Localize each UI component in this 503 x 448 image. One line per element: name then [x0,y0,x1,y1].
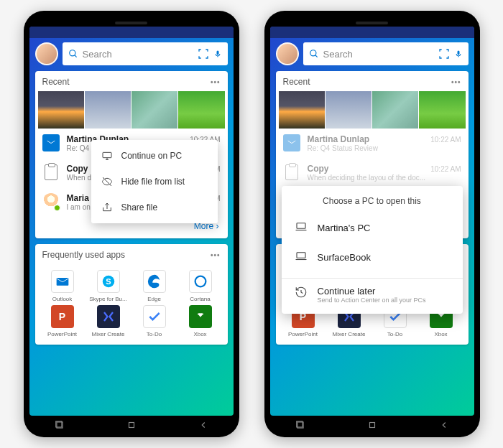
pc-option-surfacebook[interactable]: SurfaceBook [282,243,463,272]
clipboard-icon [42,164,60,181]
person-icon [42,193,60,210]
frequent-card: Frequently used apps ••• Outlook SSkype … [35,244,228,345]
recent-title: Recent [42,77,70,87]
pc-dialog-title: Choose a PC to open this [282,186,463,213]
app-todo[interactable]: To-Do [133,305,176,337]
pc-icon [101,150,113,162]
nav-recents[interactable] [295,420,305,430]
nav-bar [264,417,480,433]
more-icon[interactable]: ••• [211,78,221,86]
svg-rect-23 [297,223,305,229]
app-edge[interactable]: Edge [133,270,176,302]
list-item: Copy10:22 AMWhen deciding the layou of t… [276,158,469,187]
svg-rect-16 [457,51,459,55]
scan-icon[interactable] [198,48,209,60]
status-bar [29,27,234,38]
history-icon [295,286,308,302]
svg-point-7 [195,276,206,287]
pc-continue-later[interactable]: Continue later Send to Action Center on … [282,279,463,314]
search-icon [68,49,78,59]
laptop-icon [295,220,308,235]
svg-rect-13 [129,423,134,428]
app-xbox[interactable]: Xbox [179,305,222,337]
more-icon[interactable]: ••• [211,251,221,259]
svg-rect-17 [287,141,295,146]
svg-point-0 [69,50,75,56]
phone-left: Search Recent ••• Martina Dun [24,11,239,437]
app-powerpoint[interactable]: PPowerPoint [41,305,84,337]
search-icon [309,49,319,59]
ctx-continue-pc[interactable]: Continue on PC [91,143,218,169]
avatar[interactable] [35,42,58,65]
search-placeholder: Search [323,49,434,60]
nav-back[interactable] [198,420,208,430]
app-outlook[interactable]: Outlook [41,270,84,302]
outlook-icon [283,134,300,151]
screen: Search Recent ••• Martina Dun [29,27,234,416]
svg-rect-27 [369,423,374,428]
app-mixer[interactable]: Mixer Create [87,305,130,337]
list-item: Martina Dunlap10:22 AMRe: Q4 Status Revi… [276,129,469,158]
hide-icon [101,176,113,187]
share-icon [101,202,113,213]
search-bar[interactable]: Search [63,42,228,65]
screen: Search Recent ••• Martina Dunlap10:22 AM… [270,27,474,416]
svg-line-1 [74,55,76,57]
scan-icon[interactable] [438,48,450,60]
nav-bar [24,417,239,433]
more-icon[interactable]: ••• [451,78,461,86]
mic-icon[interactable] [213,49,222,59]
app-skype[interactable]: SSkype for Bu... [87,270,130,302]
nav-recents[interactable] [55,420,65,430]
phone-right: Search Recent ••• Martina Dunlap10:22 AM… [264,11,480,437]
search-bar[interactable]: Search [303,42,469,65]
nav-back[interactable] [439,420,449,430]
clipboard-icon [283,164,300,181]
status-bar [270,27,474,38]
photo-strip[interactable] [35,91,228,129]
frequent-title: Frequently used apps [42,250,125,260]
svg-rect-3 [47,141,55,146]
svg-rect-24 [297,253,305,258]
ctx-share-file[interactable]: Share file [91,195,218,220]
nav-home[interactable] [367,420,377,430]
outlook-icon [42,134,60,151]
ctx-hide-file[interactable]: Hide file from list [91,169,218,195]
svg-rect-9 [103,152,111,157]
app-cortana[interactable]: Cortana [179,270,222,302]
avatar[interactable] [276,42,299,65]
svg-rect-2 [216,51,218,55]
mic-icon[interactable] [454,49,463,59]
photo-strip[interactable] [276,91,469,129]
svg-text:S: S [106,277,111,286]
svg-line-15 [315,55,317,57]
pc-option-martinas[interactable]: Martina's PC [282,213,463,243]
recent-title: Recent [283,77,310,87]
context-menu: Continue on PC Hide file from list Share… [91,140,218,223]
laptop-icon [295,250,308,265]
search-placeholder: Search [83,49,193,60]
svg-point-14 [310,50,315,56]
pc-dialog: Choose a PC to open this Martina's PC Su… [282,186,463,314]
nav-home[interactable] [126,420,137,430]
